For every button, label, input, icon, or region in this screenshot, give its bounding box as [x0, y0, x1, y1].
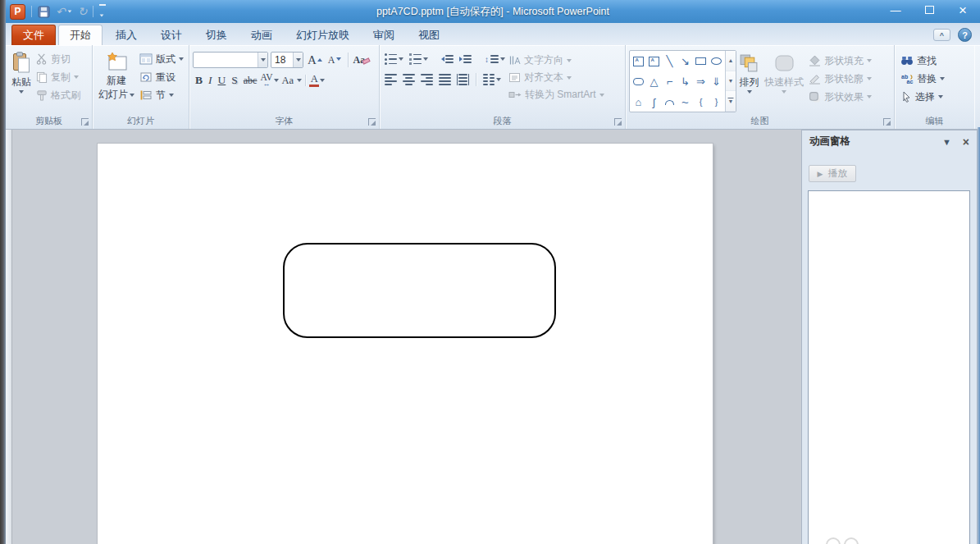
shape-vertical-textbox-button[interactable]: A — [647, 53, 661, 70]
gallery-scroll-down-button[interactable]: ▼ — [726, 71, 736, 92]
save-button[interactable] — [38, 6, 50, 18]
font-name-combobox[interactable] — [193, 52, 268, 68]
shape-arc-button[interactable] — [663, 94, 677, 111]
replace-button[interactable]: abac 替换 — [898, 70, 947, 88]
align-left-button[interactable] — [383, 72, 399, 87]
customize-qat-button[interactable] — [99, 4, 106, 19]
text-direction-button[interactable]: 文字方向 — [506, 52, 607, 69]
decrease-indent-button[interactable] — [440, 53, 455, 65]
shape-fill-button[interactable]: 形状填充 — [806, 52, 874, 70]
align-center-icon — [403, 74, 415, 85]
font-dialog-launcher[interactable] — [368, 118, 376, 126]
shape-effects-button[interactable]: 形状效果 — [806, 88, 874, 106]
maximize-button[interactable] — [923, 3, 935, 16]
shape-line-button[interactable]: ╲ — [663, 53, 677, 70]
shape-arrow-button[interactable]: ↘ — [678, 53, 692, 70]
help-button[interactable]: ? — [958, 28, 972, 42]
pane-close-icon[interactable]: × — [963, 136, 969, 148]
tab-review[interactable]: 审阅 — [362, 25, 405, 45]
shape-down-arrow-button[interactable]: ⇓ — [709, 73, 723, 90]
numbering-button[interactable] — [408, 52, 430, 66]
font-size-combobox[interactable]: 18 — [271, 52, 303, 68]
clear-formatting-button[interactable]: Aa — [353, 54, 371, 66]
font-color-icon: A — [311, 74, 318, 85]
text-shadow-button[interactable]: S — [229, 74, 240, 87]
font-size-dropdown[interactable] — [293, 53, 303, 67]
columns-button[interactable] — [481, 72, 503, 87]
drawing-dialog-launcher[interactable] — [883, 118, 891, 126]
tab-insert[interactable]: 插入 — [105, 25, 148, 45]
copy-button[interactable]: 复制 — [34, 68, 83, 86]
shape-oval-button[interactable] — [709, 53, 723, 70]
undo-button[interactable]: ↶ — [56, 6, 72, 17]
minimize-button[interactable]: — — [890, 3, 901, 16]
gallery-more-button[interactable]: ▼ — [726, 91, 736, 112]
tab-slideshow[interactable]: 幻灯片放映 — [285, 25, 360, 45]
close-button[interactable]: × — [957, 3, 969, 16]
collapse-ribbon-button[interactable]: ^ — [933, 29, 950, 41]
font-name-dropdown[interactable] — [258, 53, 267, 67]
tab-view[interactable]: 视图 — [408, 25, 450, 45]
shape-elbow-arrow-button[interactable]: ↳ — [678, 73, 692, 90]
tab-design[interactable]: 设计 — [150, 25, 193, 45]
increase-indent-button[interactable] — [458, 53, 473, 65]
rounded-rectangle-shape[interactable] — [283, 243, 556, 338]
tab-animations[interactable]: 动画 — [240, 25, 283, 45]
clipboard-dialog-launcher[interactable] — [81, 118, 89, 126]
align-text-button[interactable]: 对齐文本 — [506, 69, 607, 86]
paste-button[interactable]: 粘贴 — [9, 48, 34, 97]
bullets-button[interactable] — [383, 52, 405, 66]
tab-file[interactable]: 文件 — [11, 25, 56, 45]
font-color-button[interactable]: A — [309, 74, 319, 87]
quick-styles-button[interactable]: 快速样式 — [762, 50, 806, 97]
shrink-font-button[interactable]: A — [326, 54, 343, 66]
tab-home[interactable]: 开始 — [58, 25, 103, 45]
distribute-button[interactable] — [455, 72, 471, 87]
change-case-button[interactable]: Aa — [280, 75, 297, 87]
new-slide-button[interactable]: 新建 幻灯片 — [96, 48, 137, 104]
gallery-scroll-up-button[interactable]: ▲ — [726, 51, 736, 71]
find-icon — [900, 55, 914, 66]
shape-rounded-rectangle-button[interactable] — [631, 73, 645, 90]
oval-icon — [711, 57, 722, 65]
redo-button[interactable]: ↻ — [78, 6, 88, 17]
justify-button[interactable] — [437, 72, 453, 87]
shape-right-brace-button[interactable]: } — [709, 94, 723, 111]
shape-curve-button[interactable]: ~ — [678, 94, 692, 111]
shape-rectangle-button[interactable] — [694, 53, 708, 70]
underline-button[interactable]: U — [216, 74, 229, 87]
find-button[interactable]: 查找 — [898, 52, 947, 70]
shape-triangle-button[interactable]: △ — [647, 73, 661, 90]
shape-right-arrow-button[interactable]: ⇒ — [694, 73, 708, 90]
arrange-button[interactable]: 排列 — [736, 50, 762, 97]
shape-textbox-button[interactable]: A — [631, 53, 645, 70]
shape-scribble-button[interactable]: ʃ — [647, 94, 661, 111]
pane-menu-icon[interactable]: ▼ — [942, 137, 951, 147]
italic-button[interactable]: I — [206, 74, 215, 87]
select-button[interactable]: 选择 — [898, 88, 947, 106]
line-spacing-button[interactable]: ↕ — [483, 53, 507, 66]
convert-smartart-button[interactable]: 转换为 SmartArt — [506, 86, 607, 103]
section-button[interactable]: 节 — [137, 86, 186, 104]
reset-button[interactable]: 重设 — [137, 68, 186, 86]
paragraph-dialog-launcher[interactable] — [614, 118, 622, 126]
strikethrough-button[interactable]: abc — [241, 75, 260, 87]
cut-button[interactable]: 剪切 — [34, 50, 83, 68]
bold-button[interactable]: B — [193, 74, 205, 87]
shape-elbow-connector-button[interactable]: ⌐ — [663, 73, 677, 90]
align-center-button[interactable] — [401, 72, 417, 87]
tab-transitions[interactable]: 切换 — [195, 25, 238, 45]
shape-outline-button[interactable]: 形状轮廓 — [806, 70, 874, 88]
thumbnails-splitter[interactable] — [6, 130, 12, 544]
animation-list[interactable] — [808, 190, 970, 544]
shape-freeform-button[interactable]: ⌂ — [631, 94, 645, 111]
format-painter-button[interactable]: 格式刷 — [34, 86, 83, 104]
shape-left-brace-button[interactable]: { — [694, 94, 708, 111]
slide-canvas[interactable] — [98, 144, 713, 544]
character-spacing-button[interactable]: AV↔ — [260, 74, 272, 86]
powerpoint-app-icon[interactable]: P — [10, 4, 25, 20]
play-button[interactable]: ▶ 播放 — [809, 165, 856, 182]
grow-font-button[interactable]: A — [306, 53, 324, 67]
layout-button[interactable]: 版式 — [137, 50, 186, 68]
align-right-button[interactable] — [419, 72, 435, 87]
